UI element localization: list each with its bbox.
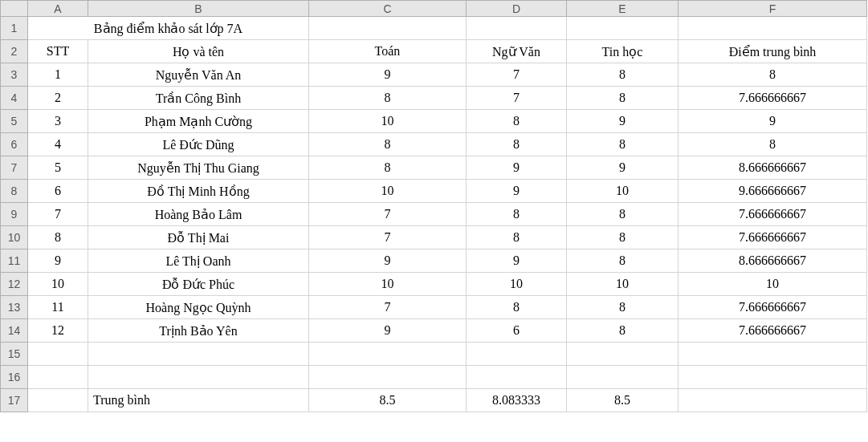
cell-stt[interactable]: 12 <box>28 319 88 343</box>
row-header-11[interactable]: 11 <box>1 249 28 273</box>
cell-C15[interactable] <box>309 343 467 366</box>
cell-tin[interactable]: 8 <box>567 133 679 156</box>
footer-tin[interactable]: 8.5 <box>567 389 679 412</box>
cell-stt[interactable]: 10 <box>28 273 88 296</box>
cell-van[interactable]: 8 <box>467 226 567 249</box>
cell-van[interactable]: 9 <box>467 180 567 203</box>
cell-name[interactable]: Nguyễn Văn An <box>88 63 309 87</box>
cell-tin[interactable]: 8 <box>567 319 679 343</box>
cell-stt[interactable]: 8 <box>28 226 88 249</box>
col-header-C[interactable]: C <box>309 1 467 17</box>
cell-van[interactable]: 9 <box>467 156 567 180</box>
cell-toan[interactable]: 10 <box>309 110 467 133</box>
cell-tin[interactable]: 8 <box>567 63 679 87</box>
row-header-15[interactable]: 15 <box>1 343 28 366</box>
cell-C16[interactable] <box>309 366 467 389</box>
cell-name[interactable]: Trịnh Bảo Yên <box>88 319 309 343</box>
cell-van[interactable]: 10 <box>467 273 567 296</box>
cell-tin[interactable]: 9 <box>567 156 679 180</box>
cell-name[interactable]: Hoàng Bảo Lâm <box>88 203 309 226</box>
footer-van[interactable]: 8.083333 <box>467 389 567 412</box>
cell-E1[interactable] <box>567 17 679 40</box>
cell-tin[interactable]: 8 <box>567 87 679 110</box>
row-header-5[interactable]: 5 <box>1 110 28 133</box>
col-header-E[interactable]: E <box>567 1 679 17</box>
cell-van[interactable]: 9 <box>467 249 567 273</box>
cell-name[interactable]: Phạm Mạnh Cường <box>88 110 309 133</box>
row-header-6[interactable]: 6 <box>1 133 28 156</box>
cell-toan[interactable]: 8 <box>309 156 467 180</box>
cell-stt[interactable]: 5 <box>28 156 88 180</box>
title-cell[interactable]: Bảng điểm khảo sát lớp 7A <box>28 17 309 40</box>
cell-name[interactable]: Nguyễn Thị Thu Giang <box>88 156 309 180</box>
cell-tin[interactable]: 8 <box>567 249 679 273</box>
row-header-14[interactable]: 14 <box>1 319 28 343</box>
cell-F1[interactable] <box>679 17 867 40</box>
header-diemtb[interactable]: Điểm trung bình <box>679 40 867 63</box>
select-all-corner[interactable] <box>1 1 28 17</box>
row-header-2[interactable]: 2 <box>1 40 28 63</box>
cell-tb[interactable]: 7.666666667 <box>679 319 867 343</box>
cell-A15[interactable] <box>28 343 88 366</box>
cell-E15[interactable] <box>567 343 679 366</box>
cell-tb[interactable]: 9.666666667 <box>679 180 867 203</box>
row-header-9[interactable]: 9 <box>1 203 28 226</box>
row-header-10[interactable]: 10 <box>1 226 28 249</box>
cell-toan[interactable]: 10 <box>309 180 467 203</box>
cell-tin[interactable]: 8 <box>567 203 679 226</box>
cell-stt[interactable]: 2 <box>28 87 88 110</box>
col-header-D[interactable]: D <box>467 1 567 17</box>
row-header-8[interactable]: 8 <box>1 180 28 203</box>
cell-toan[interactable]: 8 <box>309 133 467 156</box>
cell-toan[interactable]: 7 <box>309 203 467 226</box>
cell-A16[interactable] <box>28 366 88 389</box>
cell-name[interactable]: Trần Công Bình <box>88 87 309 110</box>
cell-stt[interactable]: 4 <box>28 133 88 156</box>
cell-name[interactable]: Hoàng Ngọc Quỳnh <box>88 296 309 319</box>
cell-van[interactable]: 6 <box>467 319 567 343</box>
cell-tb[interactable]: 10 <box>679 273 867 296</box>
cell-tb[interactable]: 7.666666667 <box>679 203 867 226</box>
row-header-16[interactable]: 16 <box>1 366 28 389</box>
col-header-F[interactable]: F <box>679 1 867 17</box>
cell-tin[interactable]: 10 <box>567 273 679 296</box>
cell-toan[interactable]: 10 <box>309 273 467 296</box>
cell-toan[interactable]: 9 <box>309 249 467 273</box>
cell-name[interactable]: Đỗ Thị Mai <box>88 226 309 249</box>
cell-stt[interactable]: 7 <box>28 203 88 226</box>
header-toan[interactable]: Toán <box>309 40 467 63</box>
cell-van[interactable]: 8 <box>467 296 567 319</box>
row-header-4[interactable]: 4 <box>1 87 28 110</box>
cell-toan[interactable]: 7 <box>309 296 467 319</box>
cell-D15[interactable] <box>467 343 567 366</box>
row-header-1[interactable]: 1 <box>1 17 28 40</box>
cell-stt[interactable]: 1 <box>28 63 88 87</box>
cell-B15[interactable] <box>88 343 309 366</box>
col-header-B[interactable]: B <box>88 1 309 17</box>
cell-A17[interactable] <box>28 389 88 412</box>
cell-tb[interactable]: 8.666666667 <box>679 249 867 273</box>
header-stt[interactable]: STT <box>28 40 88 63</box>
cell-C1[interactable] <box>309 17 467 40</box>
cell-toan[interactable]: 7 <box>309 226 467 249</box>
cell-tb[interactable]: 7.666666667 <box>679 87 867 110</box>
header-tinhoc[interactable]: Tin học <box>567 40 679 63</box>
cell-van[interactable]: 7 <box>467 87 567 110</box>
cell-tin[interactable]: 9 <box>567 110 679 133</box>
cell-E16[interactable] <box>567 366 679 389</box>
header-hoten[interactable]: Họ và tên <box>88 40 309 63</box>
row-header-12[interactable]: 12 <box>1 273 28 296</box>
cell-name[interactable]: Lê Thị Oanh <box>88 249 309 273</box>
cell-van[interactable]: 8 <box>467 110 567 133</box>
cell-van[interactable]: 8 <box>467 203 567 226</box>
row-header-7[interactable]: 7 <box>1 156 28 180</box>
cell-toan[interactable]: 9 <box>309 63 467 87</box>
cell-name[interactable]: Đỗ Đức Phúc <box>88 273 309 296</box>
row-header-13[interactable]: 13 <box>1 296 28 319</box>
cell-toan[interactable]: 8 <box>309 87 467 110</box>
cell-tb[interactable]: 9 <box>679 110 867 133</box>
cell-F16[interactable] <box>679 366 867 389</box>
cell-stt[interactable]: 6 <box>28 180 88 203</box>
row-header-3[interactable]: 3 <box>1 63 28 87</box>
cell-D16[interactable] <box>467 366 567 389</box>
